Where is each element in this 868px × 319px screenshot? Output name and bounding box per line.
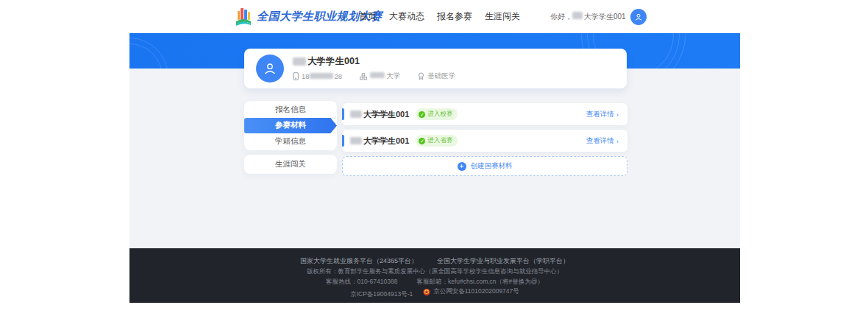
user-greeting[interactable]: 你好，大学学生001 bbox=[550, 0, 647, 33]
nav-item-news[interactable]: 大赛动态 bbox=[389, 10, 424, 23]
police-registration-link[interactable]: 京公网安备11010202009747号 bbox=[433, 287, 519, 296]
brand-logo-icon bbox=[235, 7, 252, 26]
redacted-text bbox=[370, 72, 385, 78]
accent-bar bbox=[342, 108, 344, 120]
material-card[interactable]: 大学学生001 ✓ 进入省赛 查看详情› bbox=[342, 130, 627, 152]
major-icon bbox=[418, 72, 424, 80]
status-badge: ✓ 进入省赛 bbox=[416, 135, 458, 147]
school-icon bbox=[360, 73, 367, 80]
redacted-text bbox=[310, 73, 333, 79]
footer-beian: 京ICP备19004913号-1京公网安备11010202009747号 bbox=[129, 287, 740, 299]
footer-platforms: 国家大学生就业服务平台（24365平台）全国大学生学业与职业发展平台（学职平台） bbox=[129, 256, 740, 266]
sidebar-item-registration-info[interactable]: 报名信息 bbox=[244, 102, 337, 118]
check-icon: ✓ bbox=[419, 111, 425, 118]
redacted-text bbox=[350, 137, 362, 144]
material-title: 大学学生001 bbox=[350, 109, 409, 120]
plus-icon: + bbox=[458, 162, 466, 171]
footer-copyright: 版权所有：教育部学生服务与素质发展中心（原全国高等学校学生信息咨询与就业指导中心… bbox=[129, 267, 740, 276]
profile-meta: 1828 大学 基础医学 bbox=[293, 71, 455, 81]
material-title: 大学学生001 bbox=[350, 136, 409, 147]
profile-avatar-icon bbox=[256, 55, 284, 83]
view-details-link[interactable]: 查看详情› bbox=[586, 110, 619, 119]
sidebar-item-career-challenge[interactable]: 生涯闯关 bbox=[244, 155, 337, 174]
redacted-text bbox=[572, 12, 583, 19]
top-header: 全国大学生职业规划大赛 首页 大赛动态 报名参赛 生涯闯关 你好，大学学生001 bbox=[129, 0, 740, 33]
status-badge: ✓ 进入校赛 bbox=[416, 108, 458, 120]
footer-contact: 客服热线：010-67410388客服邮箱：kefu#chsi.com.cn（将… bbox=[129, 278, 740, 287]
sidebar-item-student-status[interactable]: 学籍信息 bbox=[244, 133, 337, 150]
user-avatar-icon[interactable] bbox=[630, 9, 647, 25]
sidebar-item-competition-materials[interactable]: 参赛材料 bbox=[244, 118, 337, 134]
greeting-text: 你好，大学学生001 bbox=[550, 12, 626, 22]
police-badge-icon bbox=[423, 288, 430, 296]
accent-bar bbox=[342, 135, 344, 147]
main-nav: 首页 大赛动态 报名参赛 生涯闯关 bbox=[359, 0, 520, 33]
view-details-link[interactable]: 查看详情› bbox=[586, 136, 619, 146]
page-container: 全国大学生职业规划大赛 首页 大赛动态 报名参赛 生涯闯关 你好，大学学生001 bbox=[129, 0, 740, 319]
nav-item-signup[interactable]: 报名参赛 bbox=[437, 10, 472, 23]
redacted-text bbox=[293, 57, 306, 66]
sidebar-menu-secondary: 生涯闯关 bbox=[244, 155, 337, 174]
screen: 全国大学生职业规划大赛 首页 大赛动态 报名参赛 生涯闯关 你好，大学学生001 bbox=[0, 0, 868, 319]
chevron-right-icon: › bbox=[616, 111, 619, 119]
nav-item-career[interactable]: 生涯闯关 bbox=[485, 10, 520, 23]
create-label: 创建国赛材料 bbox=[471, 161, 513, 171]
nav-item-home[interactable]: 首页 bbox=[359, 10, 377, 23]
profile-major: 基础医学 bbox=[418, 71, 455, 81]
check-icon: ✓ bbox=[419, 138, 425, 144]
sidebar-menu: 报名信息 参赛材料 学籍信息 bbox=[244, 101, 337, 150]
chevron-right-icon: › bbox=[616, 137, 619, 145]
phone-icon bbox=[293, 72, 299, 80]
create-national-material-button[interactable]: + 创建国赛材料 bbox=[342, 156, 627, 176]
profile-name: 大学学生001 bbox=[293, 55, 360, 68]
redacted-text bbox=[350, 111, 362, 118]
profile-school: 大学 bbox=[360, 71, 400, 81]
site-footer: 国家大学生就业服务平台（24365平台）全国大学生学业与职业发展平台（学职平台）… bbox=[129, 248, 740, 303]
profile-card: 大学学生001 1828 大学 基础医学 bbox=[244, 49, 627, 88]
profile-phone: 1828 bbox=[293, 72, 342, 80]
icp-license-link[interactable]: 京ICP备19004913号-1 bbox=[350, 290, 413, 298]
material-card[interactable]: 大学学生001 ✓ 进入校赛 查看详情› bbox=[342, 103, 627, 125]
